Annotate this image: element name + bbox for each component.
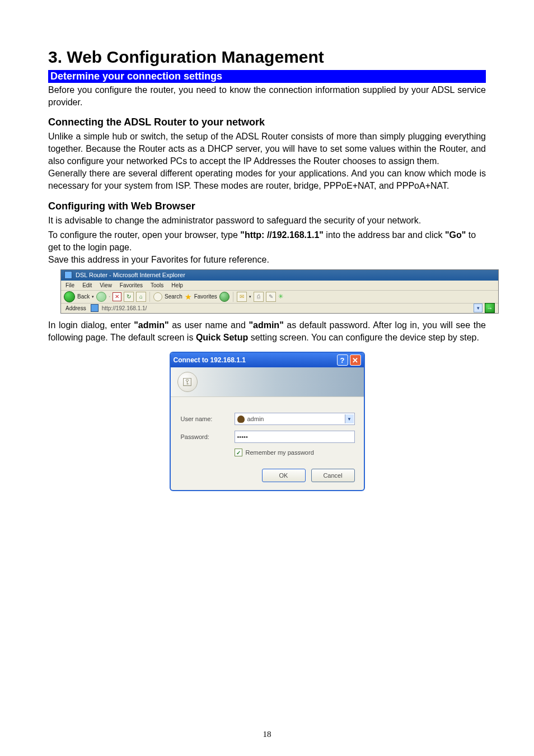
ie-addressbar: Address http://192.168.1.1/ ▾ → bbox=[61, 304, 498, 313]
password-label: Password: bbox=[181, 433, 235, 440]
connect-paragraph-1: Unlike a simple hub or switch, the setup… bbox=[48, 130, 486, 167]
go-button[interactable]: → bbox=[485, 303, 495, 313]
password-field[interactable]: ••••• bbox=[235, 431, 355, 443]
back-icon[interactable] bbox=[64, 291, 75, 302]
ok-button[interactable]: OK bbox=[262, 469, 306, 482]
dialog-title: Connect to 192.168.1.1 bbox=[174, 356, 246, 364]
chevron-down-icon[interactable]: ▼ bbox=[345, 414, 354, 423]
connect-paragraph-2: Generally there are several different op… bbox=[48, 167, 486, 192]
menu-help[interactable]: Help bbox=[171, 282, 183, 288]
remember-label: Remember my password bbox=[246, 449, 314, 456]
back-label[interactable]: Back bbox=[77, 293, 90, 300]
username-field[interactable]: admin ▼ bbox=[235, 413, 355, 425]
favorites-label[interactable]: Favorites bbox=[194, 293, 217, 300]
menu-tools[interactable]: Tools bbox=[151, 282, 163, 288]
connecting-heading: Connecting the ADSL Router to your netwo… bbox=[48, 116, 486, 128]
forward-icon[interactable] bbox=[96, 292, 106, 302]
media-icon[interactable] bbox=[219, 292, 229, 302]
address-url[interactable]: http://192.168.1.1/ bbox=[102, 305, 470, 311]
messenger-icon[interactable]: ✳ bbox=[278, 293, 283, 300]
menu-file[interactable]: File bbox=[65, 282, 74, 288]
search-label[interactable]: Search bbox=[165, 293, 182, 300]
username-value: admin bbox=[247, 416, 264, 422]
home-icon[interactable]: ⌂ bbox=[136, 292, 146, 302]
intro-text: Before you configure the router, you nee… bbox=[48, 84, 486, 109]
address-dropdown-icon[interactable]: ▾ bbox=[474, 304, 483, 312]
help-button[interactable]: ? bbox=[337, 354, 348, 366]
login-dialog: Connect to 192.168.1.1 ? ✕ ⚿ User name: … bbox=[170, 352, 365, 491]
browser-paragraph-3: Save this address in your Favorites for … bbox=[48, 254, 486, 266]
ie-menubar: File Edit View Favorites Tools Help bbox=[61, 281, 498, 291]
browser-heading: Configuring with Web Browser bbox=[48, 200, 486, 212]
refresh-icon[interactable]: ↻ bbox=[124, 292, 134, 302]
page-icon bbox=[91, 304, 99, 312]
keys-icon: ⚿ bbox=[177, 372, 198, 392]
browser-paragraph-1: It is advisable to change the administra… bbox=[48, 214, 486, 227]
ie-window-title: DSL Router - Microsoft Internet Explorer bbox=[76, 272, 185, 278]
ie-browser-figure: DSL Router - Microsoft Internet Explorer… bbox=[60, 269, 499, 314]
close-button[interactable]: ✕ bbox=[350, 354, 361, 366]
page-number: 18 bbox=[0, 730, 534, 739]
ie-toolbar: Back ▾ · ✕ ↻ ⌂ Search ★ Favorites ✉ ▾ ⎙ … bbox=[61, 291, 498, 304]
print-icon[interactable]: ⎙ bbox=[254, 292, 264, 302]
dialog-banner: ⚿ bbox=[171, 367, 364, 397]
edit-icon[interactable]: ✎ bbox=[266, 292, 276, 302]
ie-titlebar: DSL Router - Microsoft Internet Explorer bbox=[61, 270, 498, 281]
login-paragraph: In login dialog, enter "admin" as user n… bbox=[48, 319, 486, 344]
password-value: ••••• bbox=[237, 433, 248, 440]
dialog-titlebar: Connect to 192.168.1.1 ? ✕ bbox=[171, 353, 364, 367]
history-icon[interactable]: ✉ bbox=[237, 292, 247, 302]
section-heading: Determine your connection settings bbox=[48, 70, 486, 83]
search-icon[interactable] bbox=[153, 292, 162, 301]
menu-favorites[interactable]: Favorites bbox=[120, 282, 143, 288]
menu-edit[interactable]: Edit bbox=[82, 282, 92, 288]
browser-paragraph-2: To configure the router, open your brows… bbox=[48, 229, 486, 254]
ie-logo-icon bbox=[64, 271, 72, 279]
cancel-button[interactable]: Cancel bbox=[311, 469, 355, 482]
stop-icon[interactable]: ✕ bbox=[113, 292, 121, 301]
favorites-icon[interactable]: ★ bbox=[185, 292, 192, 301]
username-label: User name: bbox=[181, 416, 235, 422]
user-icon bbox=[237, 416, 245, 423]
address-label: Address bbox=[64, 305, 87, 311]
menu-view[interactable]: View bbox=[100, 282, 112, 288]
page-title: 3. Web Configuration Management bbox=[48, 48, 486, 67]
remember-checkbox[interactable]: ✓ bbox=[235, 449, 242, 456]
